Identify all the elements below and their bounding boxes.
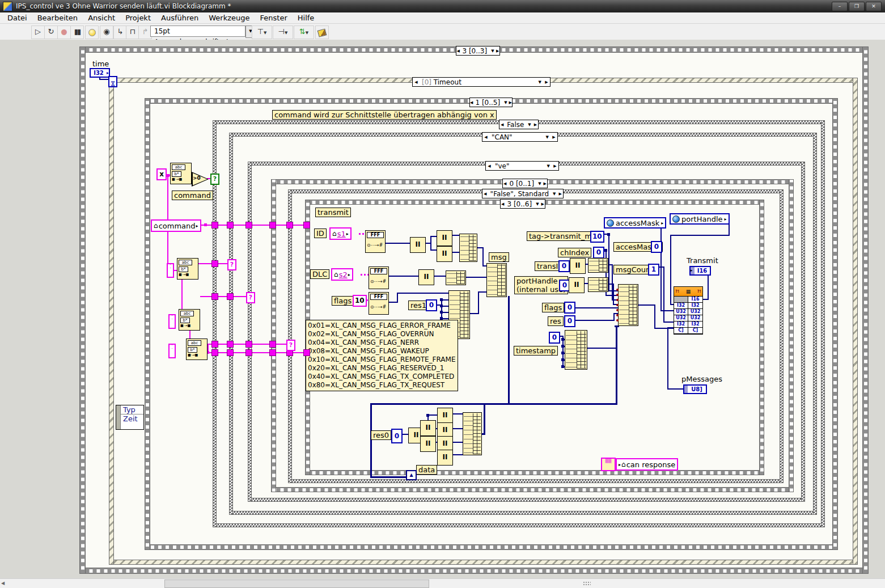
structure-case-ve-border[interactable] <box>248 498 805 502</box>
next-case-icon[interactable]: ▶ <box>533 122 538 127</box>
event-field-typ[interactable]: Typ <box>121 405 143 414</box>
hex-string-to-number-node-2[interactable]: FFF ⊙⋯→# <box>369 266 389 289</box>
scroll-left-icon[interactable]: ◀ <box>1 581 5 586</box>
structure-case-ve-border[interactable] <box>248 162 252 502</box>
build-array-node[interactable] <box>446 270 466 285</box>
case-selector-terminal[interactable]: ? <box>286 340 295 351</box>
res0-constant[interactable]: 0 <box>391 429 403 443</box>
case-selector-can[interactable]: ◀ "CAN" ▼ ▶ <box>482 132 558 142</box>
case-selector-terminal[interactable]: ? <box>210 174 219 185</box>
hex-string-to-number-node-1[interactable]: FFF ⊙⋯→# <box>365 230 386 253</box>
transid-constant[interactable]: 0 <box>558 260 570 272</box>
menu-hilfe[interactable]: Hilfe <box>293 13 320 23</box>
abort-button[interactable]: ● <box>57 26 71 39</box>
to-integer-conversion-node[interactable]: II <box>437 246 452 262</box>
tunnel[interactable] <box>303 222 310 229</box>
step-into-button[interactable]: ↳ <box>113 26 127 39</box>
structure-sequence-inner-border[interactable] <box>759 200 764 475</box>
chevron-down-icon[interactable]: ▼ <box>526 122 532 127</box>
structure-event-border[interactable] <box>109 560 858 565</box>
horizontal-scrollbar[interactable] <box>0 578 885 588</box>
hex-string-to-number-node-3[interactable]: FFF ⊙⋯→# <box>369 292 389 315</box>
case-selector-ve[interactable]: ◀ "ve" ▼ ▶ <box>485 161 559 171</box>
chevron-down-icon[interactable]: ▼ <box>537 80 543 84</box>
res-constant[interactable]: 0 <box>564 315 575 327</box>
tunnel[interactable] <box>227 222 234 229</box>
to-integer-conversion-node[interactable]: II <box>418 269 434 285</box>
retain-wire-values-icon[interactable]: ◉ <box>100 26 113 39</box>
build-array-node-8[interactable] <box>463 412 482 455</box>
concatenate-array-node[interactable] <box>618 284 638 326</box>
structure-case-can-border[interactable] <box>229 133 233 515</box>
call-library-function-node[interactable]: ?!▦?! I16 I32I32 U32U32 U32U32 I32I32 C]… <box>674 286 703 335</box>
tag-constant[interactable]: 10 <box>590 231 604 243</box>
to-integer-conversion-node[interactable]: II <box>420 420 436 436</box>
data-tunnel[interactable]: ▲ <box>406 470 417 480</box>
match-pattern-node-4[interactable]: abc b* ■·→■ <box>186 339 208 360</box>
case-selector-terminal[interactable]: ? <box>246 292 255 303</box>
tunnel[interactable] <box>303 349 310 356</box>
sequence-selector-mid[interactable]: ◀ 1 [0..5] ▼ ▶ <box>469 98 513 107</box>
structure-case-false-standard-border[interactable] <box>288 479 784 483</box>
build-array-node-8[interactable] <box>565 330 587 370</box>
title-bar[interactable]: IPS_control ve 3 Ohne Warrior senden läu… <box>0 0 885 12</box>
tunnel[interactable] <box>227 349 234 356</box>
s1-local-variable[interactable]: ⌂ s1▸ <box>329 227 352 240</box>
tunnel[interactable] <box>227 293 234 300</box>
tunnel[interactable] <box>245 341 252 348</box>
to-integer-conversion-node[interactable]: II <box>570 258 586 274</box>
tunnel[interactable] <box>269 222 276 229</box>
msg-build-array-node[interactable] <box>486 263 507 297</box>
structure-case-false-standard-border[interactable] <box>288 189 292 483</box>
chevron-down-icon[interactable]: ▼ <box>534 202 540 206</box>
x-control-terminal[interactable]: x <box>156 168 167 180</box>
match-pattern-node-1[interactable]: abc b* ■·→■ <box>170 163 192 184</box>
menu-werkzeuge[interactable]: Werkzeuge <box>204 13 255 23</box>
event-case-selector[interactable]: ◀ [0] Timeout ▼ ▶ <box>412 77 551 87</box>
res1-constant[interactable]: 0 <box>426 299 437 311</box>
tunnel[interactable] <box>286 222 293 229</box>
sequence-selector-01[interactable]: ◀ 0 [0..1] ▼ ▶ <box>502 179 548 188</box>
case-selector-terminal[interactable]: ? <box>227 259 236 270</box>
case-selector-false-standard[interactable]: ◀ "False", Standard ▼ ▶ <box>482 189 564 198</box>
font-selector[interactable]: 15pt Anwendungsschriftart <box>150 26 245 37</box>
reorder-objects-button[interactable]: ⇅▼ <box>294 26 314 39</box>
next-case-icon[interactable]: ▶ <box>552 164 558 168</box>
case-selector-false[interactable]: ◀ False ▼ ▶ <box>499 120 539 129</box>
tunnel[interactable] <box>269 349 276 356</box>
align-objects-button[interactable]: ⊤▼ <box>252 26 272 39</box>
chevron-down-icon[interactable]: ▼ <box>536 181 543 186</box>
flags-constant[interactable]: 10 <box>353 295 367 307</box>
structure-case-false-standard-border[interactable] <box>780 189 784 483</box>
chindex-constant[interactable]: 0 <box>593 247 604 259</box>
next-case-icon[interactable]: ▶ <box>543 80 550 84</box>
structure-sequence-mid-border[interactable] <box>145 544 838 550</box>
run-button[interactable]: ▷ <box>31 26 45 39</box>
time-terminal[interactable]: I32▸ <box>90 68 110 78</box>
to-integer-conversion-node[interactable]: II <box>437 450 453 466</box>
tunnel[interactable] <box>227 341 234 348</box>
structure-event-border[interactable] <box>109 78 114 565</box>
prev-case-icon[interactable]: ◀ <box>482 192 488 196</box>
structure-case-false-border[interactable] <box>821 120 825 527</box>
pause-button[interactable]: ▮▮ <box>70 26 84 39</box>
prev-case-icon[interactable]: ◀ <box>486 164 493 168</box>
tunnel[interactable] <box>211 260 218 267</box>
structure-event-border[interactable] <box>853 78 858 565</box>
run-continuous-button[interactable]: ↻ <box>44 26 58 39</box>
build-cluster-array-node[interactable] <box>588 277 608 292</box>
maximize-button[interactable]: ❐ <box>849 2 865 11</box>
greater-than-zero-node[interactable]: >0 <box>192 172 209 187</box>
match-pattern-node-2[interactable]: abc b* ■·→■ <box>177 258 198 280</box>
transmit-indicator-terminal[interactable]: ▸ I16 <box>689 266 711 276</box>
tunnel[interactable] <box>211 222 218 229</box>
next-frame-icon[interactable]: ▶ <box>541 202 545 206</box>
event-data-node[interactable]: Typ Zeit <box>116 405 144 430</box>
chevron-down-icon[interactable]: ▼ <box>544 135 551 139</box>
build-array-node[interactable] <box>459 234 477 262</box>
clean-up-diagram-button[interactable] <box>315 26 329 39</box>
next-frame-icon[interactable]: ▶ <box>509 100 512 105</box>
next-case-icon[interactable]: ▶ <box>557 192 563 196</box>
accessmask-global-variable[interactable]: accessMask▸ <box>604 217 666 229</box>
structure-sequence-outer-border[interactable] <box>79 568 869 574</box>
